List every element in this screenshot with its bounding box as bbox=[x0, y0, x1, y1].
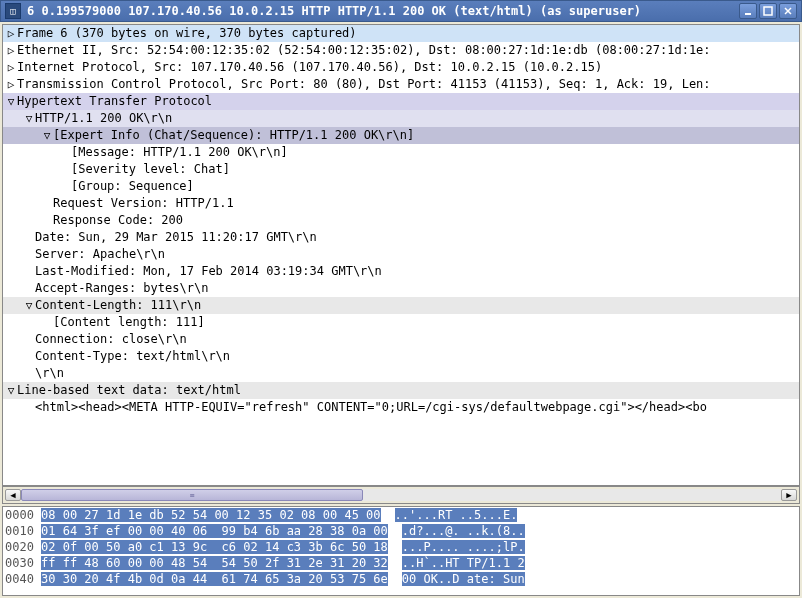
tree-tcp[interactable]: ▷Transmission Control Protocol, Src Port… bbox=[3, 76, 799, 93]
tree-date-header[interactable]: Date: Sun, 29 Mar 2015 11:20:17 GMT\r\n bbox=[3, 229, 799, 246]
tree-ethernet[interactable]: ▷Ethernet II, Src: 52:54:00:12:35:02 (52… bbox=[3, 42, 799, 59]
tree-line-based-text[interactable]: ▽Line-based text data: text/html bbox=[3, 382, 799, 399]
tree-ip[interactable]: ▷Internet Protocol, Src: 107.170.40.56 (… bbox=[3, 59, 799, 76]
maximize-button[interactable] bbox=[759, 3, 777, 19]
tree-accept-ranges-header[interactable]: Accept-Ranges: bytes\r\n bbox=[3, 280, 799, 297]
hex-row[interactable]: 000008 00 27 1d 1e db 52 54 00 12 35 02 … bbox=[3, 507, 799, 523]
expander-open-icon[interactable]: ▽ bbox=[41, 127, 53, 144]
window-title: 6 0.199579000 107.170.40.56 10.0.2.15 HT… bbox=[27, 4, 739, 18]
hex-row[interactable]: 002002 0f 00 50 a0 c1 13 9c c6 02 14 c3 … bbox=[3, 539, 799, 555]
app-icon: ◫ bbox=[5, 3, 21, 19]
tree-content-length-header[interactable]: ▽Content-Length: 111\r\n bbox=[3, 297, 799, 314]
packet-details-tree[interactable]: ▷Frame 6 (370 bytes on wire, 370 bytes c… bbox=[2, 24, 800, 486]
expander-open-icon[interactable]: ▽ bbox=[5, 93, 17, 110]
close-button[interactable] bbox=[779, 3, 797, 19]
tree-content-type-header[interactable]: Content-Type: text/html\r\n bbox=[3, 348, 799, 365]
svg-rect-1 bbox=[764, 7, 772, 15]
tree-http-status[interactable]: ▽HTTP/1.1 200 OK\r\n bbox=[3, 110, 799, 127]
tree-server-header[interactable]: Server: Apache\r\n bbox=[3, 246, 799, 263]
hex-row[interactable]: 0030ff ff 48 60 00 00 48 54 54 50 2f 31 … bbox=[3, 555, 799, 571]
tree-html-body[interactable]: <html><head><META HTTP-EQUIV="refresh" C… bbox=[3, 399, 799, 416]
scroll-track[interactable]: ≡ bbox=[21, 489, 781, 501]
tree-expert-info[interactable]: ▽[Expert Info (Chat/Sequence): HTTP/1.1 … bbox=[3, 127, 799, 144]
tree-expert-group[interactable]: [Group: Sequence] bbox=[3, 178, 799, 195]
hex-row[interactable]: 004030 30 20 4f 4b 0d 0a 44 61 74 65 3a … bbox=[3, 571, 799, 587]
tree-expert-message[interactable]: [Message: HTTP/1.1 200 OK\r\n] bbox=[3, 144, 799, 161]
tree-frame[interactable]: ▷Frame 6 (370 bytes on wire, 370 bytes c… bbox=[3, 25, 799, 42]
expander-icon[interactable]: ▷ bbox=[5, 42, 17, 59]
tree-crlf[interactable]: \r\n bbox=[3, 365, 799, 382]
scroll-thumb[interactable]: ≡ bbox=[21, 489, 363, 501]
window-titlebar: ◫ 6 0.199579000 107.170.40.56 10.0.2.15 … bbox=[0, 0, 802, 22]
scroll-right-button[interactable]: ▶ bbox=[781, 489, 797, 501]
scroll-left-button[interactable]: ◀ bbox=[5, 489, 21, 501]
hex-row[interactable]: 001001 64 3f ef 00 00 40 06 99 b4 6b aa … bbox=[3, 523, 799, 539]
tree-last-modified-header[interactable]: Last-Modified: Mon, 17 Feb 2014 03:19:34… bbox=[3, 263, 799, 280]
tree-request-version[interactable]: Request Version: HTTP/1.1 bbox=[3, 195, 799, 212]
expander-icon[interactable]: ▷ bbox=[5, 25, 17, 42]
expander-icon[interactable]: ▷ bbox=[5, 59, 17, 76]
tree-response-code[interactable]: Response Code: 200 bbox=[3, 212, 799, 229]
tree-connection-header[interactable]: Connection: close\r\n bbox=[3, 331, 799, 348]
expander-open-icon[interactable]: ▽ bbox=[23, 297, 35, 314]
tree-content-length-value[interactable]: [Content length: 111] bbox=[3, 314, 799, 331]
expander-open-icon[interactable]: ▽ bbox=[23, 110, 35, 127]
tree-expert-severity[interactable]: [Severity level: Chat] bbox=[3, 161, 799, 178]
packet-bytes-pane[interactable]: 000008 00 27 1d 1e db 52 54 00 12 35 02 … bbox=[2, 506, 800, 596]
minimize-button[interactable] bbox=[739, 3, 757, 19]
expander-open-icon[interactable]: ▽ bbox=[5, 382, 17, 399]
horizontal-scrollbar[interactable]: ◀ ≡ ▶ bbox=[2, 486, 800, 504]
expander-icon[interactable]: ▷ bbox=[5, 76, 17, 93]
tree-http[interactable]: ▽Hypertext Transfer Protocol bbox=[3, 93, 799, 110]
